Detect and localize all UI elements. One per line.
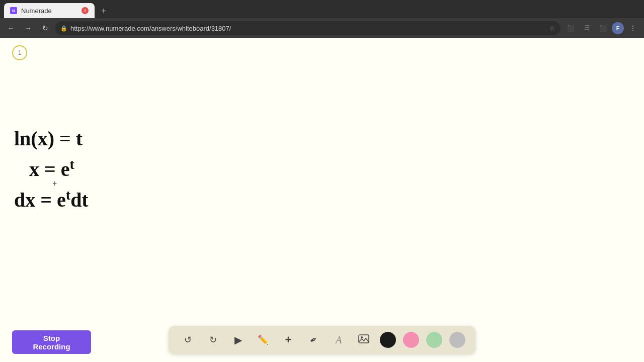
math-content: ln(x) = t x = et dx = etdt — [14, 124, 89, 216]
math-line-3: dx = etdt — [14, 185, 89, 215]
back-button[interactable]: ← — [4, 21, 18, 35]
tab-close-button[interactable]: × — [82, 7, 89, 14]
eraser-tool-button[interactable]: ✒ — [304, 331, 323, 349]
bottom-toolbar: ↺ ↻ ▶ ✏️ + ✒ A — [169, 326, 475, 354]
tab-title: Numerade — [21, 7, 75, 15]
bookmarks-button[interactable]: ☰ — [580, 21, 594, 35]
text-tool-button[interactable]: A — [330, 331, 348, 349]
active-tab[interactable]: N Numerade × — [4, 3, 95, 18]
add-button[interactable]: + — [279, 331, 297, 349]
address-bar[interactable]: 🔒 ☆ — [55, 21, 560, 35]
color-black-button[interactable] — [380, 332, 396, 348]
text-icon: A — [336, 334, 342, 346]
undo-icon: ↺ — [184, 334, 192, 345]
page-indicator: 1 — [12, 45, 27, 60]
pen-tool-button[interactable]: ✏️ — [254, 331, 272, 349]
math-line-2: x = et — [29, 154, 89, 185]
nav-toolbar: ← → ↻ 🔒 ☆ ⬛ ☰ ⬛ F ⋮ — [0, 18, 644, 38]
svg-point-1 — [361, 336, 363, 338]
redo-icon: ↻ — [209, 334, 217, 345]
eraser-icon: ✒ — [307, 333, 319, 347]
page-number: 1 — [18, 49, 22, 56]
refresh-button[interactable]: ↻ — [38, 21, 52, 35]
lock-icon: 🔒 — [60, 25, 67, 32]
undo-button[interactable]: ↺ — [179, 331, 197, 349]
color-green-button[interactable] — [426, 332, 442, 348]
new-tab-button[interactable]: + — [97, 4, 111, 18]
bookmark-star-icon[interactable]: ☆ — [549, 24, 555, 32]
select-icon: ▶ — [234, 334, 242, 346]
tab-favicon-icon: N — [10, 7, 17, 14]
svg-rect-0 — [359, 335, 369, 343]
cursor-position — [52, 179, 57, 188]
whiteboard-canvas[interactable]: 1 ln(x) = t x = et dx = etdt Stop Record… — [0, 38, 644, 362]
select-tool-button[interactable]: ▶ — [229, 331, 247, 349]
pen-icon: ✏️ — [258, 334, 269, 345]
image-icon — [358, 333, 369, 347]
extensions-button[interactable]: ⬛ — [596, 21, 610, 35]
bottom-toolbar-wrap: ↺ ↻ ▶ ✏️ + ✒ A — [0, 326, 644, 354]
redo-button[interactable]: ↻ — [204, 331, 222, 349]
image-tool-button[interactable] — [355, 331, 373, 349]
url-input[interactable] — [70, 25, 546, 32]
forward-button[interactable]: → — [21, 21, 35, 35]
add-icon: + — [285, 333, 292, 346]
color-gray-button[interactable] — [449, 332, 465, 348]
user-avatar[interactable]: F — [612, 22, 624, 34]
math-line-1: ln(x) = t — [14, 124, 89, 154]
color-pink-button[interactable] — [403, 332, 419, 348]
menu-button[interactable]: ⋮ — [626, 21, 640, 35]
cast-button[interactable]: ⬛ — [564, 21, 578, 35]
tab-bar: N Numerade × + — [0, 0, 644, 18]
browser-chrome: N Numerade × + ← → ↻ 🔒 ☆ ⬛ ☰ ⬛ F ⋮ — [0, 0, 644, 38]
toolbar-right: ⬛ ☰ ⬛ F ⋮ — [564, 21, 640, 35]
